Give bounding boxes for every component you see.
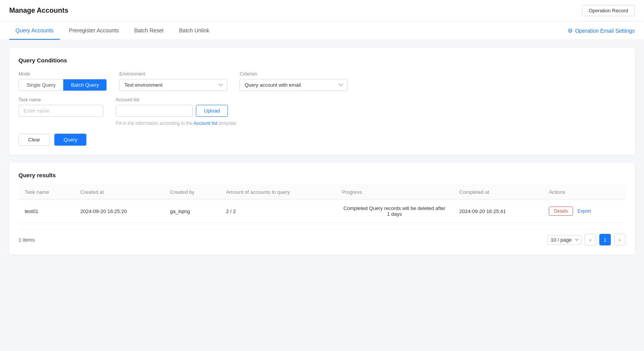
- next-page-button[interactable]: ›: [614, 234, 625, 245]
- details-button[interactable]: Details: [549, 207, 573, 216]
- file-row: Upload: [116, 105, 236, 117]
- nav-tabs: Query Accounts Preregister Accounts Batc…: [9, 22, 219, 40]
- nav-bar: Query Accounts Preregister Accounts Batc…: [0, 22, 644, 40]
- task-name-label: Task name: [19, 97, 103, 102]
- tab-query-accounts[interactable]: Query Accounts: [9, 22, 60, 40]
- task-name-group: Task name: [19, 97, 103, 117]
- prev-page-button[interactable]: ‹: [585, 234, 596, 245]
- pagination-row: 1 items 10 / page 20 / page 50 / page ‹ …: [19, 229, 625, 245]
- table-header-row: Task name Created at Created by Amount o…: [19, 185, 625, 200]
- environment-select[interactable]: Test environment Production environment: [119, 79, 227, 91]
- form-section: Mode Single Query Batch Query Environmen…: [19, 71, 625, 146]
- col-completed-at: Completed at: [453, 185, 543, 200]
- pagination-controls: 10 / page 20 / page 50 / page ‹ 1 ›: [547, 234, 625, 245]
- email-settings-link[interactable]: ⚙ Operation Email Settings: [568, 27, 635, 34]
- single-query-button[interactable]: Single Query: [19, 79, 63, 91]
- col-created-by: Created by: [164, 185, 220, 200]
- query-results-card: Query results Task name Created at Creat…: [9, 163, 635, 255]
- table-row: test01 2024-09-20 16:25:20 ga_liqing 2 /…: [19, 200, 625, 223]
- operation-record-button[interactable]: Operation Record: [582, 5, 635, 16]
- top-bar: Manage Accounts Operation Record: [0, 0, 644, 22]
- query-conditions-card: Query Conditions Mode Single Query Batch…: [9, 48, 635, 155]
- cell-amount: 2 / 2: [220, 200, 336, 223]
- criterion-label: Criterion: [239, 71, 347, 77]
- page-1-button[interactable]: 1: [599, 234, 611, 245]
- main-content: Query Conditions Mode Single Query Batch…: [0, 40, 644, 262]
- tab-batch-reset[interactable]: Batch Reset: [128, 22, 170, 40]
- app-title: Manage Accounts: [9, 7, 68, 15]
- col-progress: Progress: [336, 185, 453, 200]
- cell-completed-at: 2024-09-20 16:25:41: [453, 200, 543, 223]
- hint-text: Fill in the information according to the…: [116, 121, 236, 126]
- cell-created-at: 2024-09-20 16:25:20: [74, 200, 164, 223]
- email-settings-label: Operation Email Settings: [575, 28, 635, 34]
- account-list-label: Account list: [116, 97, 236, 102]
- file-input[interactable]: [116, 105, 193, 117]
- batch-query-button[interactable]: Batch Query: [63, 79, 106, 91]
- col-task-name: Task name: [19, 185, 74, 200]
- account-list-group: Account list Upload Fill in the informat…: [116, 97, 236, 126]
- environment-label: Environment: [119, 71, 227, 77]
- action-row: Clear Query: [19, 134, 625, 146]
- results-table: Task name Created at Created by Amount o…: [19, 185, 625, 223]
- mode-label: Mode: [19, 71, 107, 77]
- query-conditions-title: Query Conditions: [19, 57, 625, 64]
- environment-group: Environment Test environment Production …: [119, 71, 227, 91]
- criterion-select[interactable]: Query account with email Query account w…: [239, 79, 347, 91]
- form-row-1: Mode Single Query Batch Query Environmen…: [19, 71, 625, 91]
- gear-icon: ⚙: [568, 27, 573, 34]
- mode-buttons: Single Query Batch Query: [19, 79, 107, 91]
- account-list-template-link[interactable]: Account list: [194, 121, 217, 126]
- task-name-input[interactable]: [19, 105, 103, 117]
- query-button[interactable]: Query: [54, 134, 86, 146]
- export-button[interactable]: Export: [578, 208, 591, 214]
- cell-actions: Details Export: [543, 200, 625, 223]
- tab-preregister-accounts[interactable]: Preregister Accounts: [63, 22, 125, 40]
- cell-task-name: test01: [19, 200, 74, 223]
- criterion-group: Criterion Query account with email Query…: [239, 71, 347, 91]
- items-count: 1 items: [19, 237, 35, 243]
- col-actions: Actions: [543, 185, 625, 200]
- upload-button[interactable]: Upload: [196, 105, 228, 117]
- cell-created-by: ga_liqing: [164, 200, 220, 223]
- form-row-2: Task name Account list Upload Fill in th…: [19, 97, 625, 126]
- per-page-select[interactable]: 10 / page 20 / page 50 / page: [547, 235, 582, 245]
- col-created-at: Created at: [74, 185, 164, 200]
- clear-button[interactable]: Clear: [19, 134, 50, 146]
- tab-batch-unlink[interactable]: Batch Unlink: [173, 22, 216, 40]
- col-amount: Amount of accounts to query: [220, 185, 336, 200]
- mode-group: Mode Single Query Batch Query: [19, 71, 107, 91]
- query-results-title: Query results: [19, 172, 625, 178]
- cell-progress: Completed Query records will be deleted …: [336, 200, 453, 223]
